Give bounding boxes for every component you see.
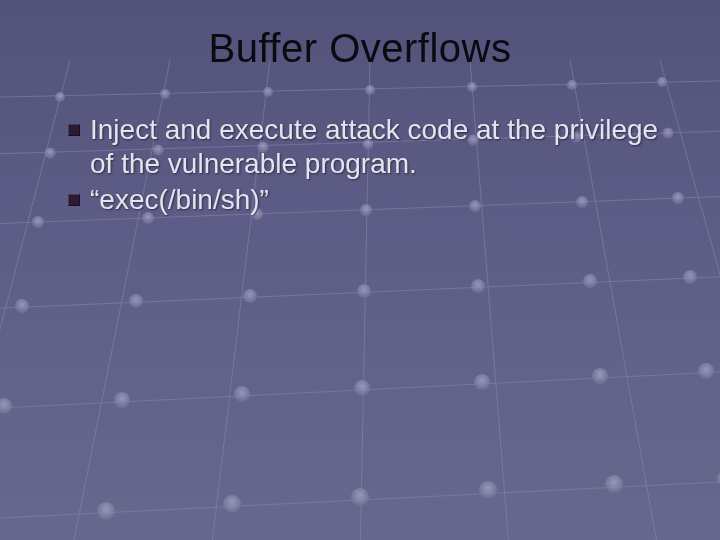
slide-body: Buffer Overflows Inject and execute atta…: [0, 0, 720, 540]
bullet-text: Inject and execute attack code at the pr…: [90, 113, 680, 181]
bullet-icon: [68, 124, 80, 136]
slide-content: Inject and execute attack code at the pr…: [40, 113, 680, 217]
bullet-icon: [68, 194, 80, 206]
list-item: “exec(/bin/sh)”: [68, 183, 680, 217]
bullet-text: “exec(/bin/sh)”: [90, 183, 269, 217]
slide-title: Buffer Overflows: [40, 26, 680, 71]
list-item: Inject and execute attack code at the pr…: [68, 113, 680, 181]
